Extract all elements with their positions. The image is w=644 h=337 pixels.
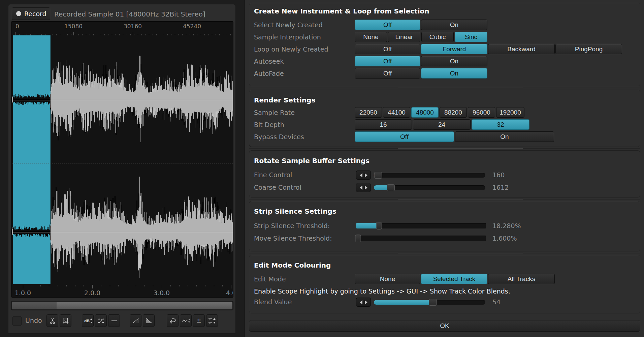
option-bypass-on[interactable]: On [455,131,554,142]
step-left-icon[interactable] [360,300,362,304]
scrollbar-segment-left[interactable] [12,302,57,309]
slider-handle[interactable] [376,222,382,229]
move-silence-threshold-slider[interactable] [356,236,486,241]
slider-handle[interactable] [355,235,361,242]
option-bitdepth-16[interactable]: 16 [355,119,412,130]
ruler-tick [49,285,49,286]
slider-handle[interactable] [387,184,395,191]
swap-channels-icon [208,317,217,325]
option-interpolation-sinc[interactable]: Sinc [455,32,487,42]
slider-handle[interactable] [374,172,382,179]
option-editmode-none[interactable]: None [355,274,420,284]
waveform-scrollbar[interactable] [11,301,233,310]
row-label: Sample Interpolation [254,33,321,41]
coarse-control-stepper[interactable] [356,183,371,192]
smooth-button[interactable] [180,314,192,327]
plus-minus-button[interactable]: ± [193,314,205,327]
option-bypass-off[interactable]: Off [355,131,454,142]
option-samplerate-48000[interactable]: 48000 [411,107,439,118]
reverse-button[interactable] [167,314,179,327]
option-select-newly-created-on[interactable]: On [421,20,487,30]
waveform-panel[interactable]: 015080301604524060320 1.0.02.0.03.0.04.0 [11,21,233,298]
option-autofade-off[interactable]: Off [355,68,420,79]
trim-button[interactable] [60,314,71,327]
sample-toolbar: Undo dB [8,313,235,333]
option-interpolation-none[interactable]: None [355,32,387,42]
coarse-control-slider[interactable] [374,185,485,190]
ruler-label: 0 [15,23,19,30]
ok-button[interactable]: OK [249,320,640,332]
option-interpolation-linear[interactable]: Linear [388,32,420,42]
scrollbar-handle[interactable] [57,302,232,309]
fine-control-stepper[interactable] [356,171,371,180]
option-samplerate-88200[interactable]: 88200 [440,107,467,118]
blend-value-stepper[interactable] [356,298,371,307]
option-editmode-selected-track[interactable]: Selected Track [421,274,487,284]
sample-editor-window: Record Recorded Sample 01 [48000Hz 32Bit… [8,4,236,334]
blend-value-slider[interactable] [374,300,485,305]
ruler-tick [188,285,188,286]
slider-handle[interactable] [429,299,437,306]
normalize-button[interactable] [95,314,107,327]
option-autofade-on[interactable]: On [421,68,487,79]
fine-control-slider[interactable] [374,173,485,178]
slider-fill [374,300,434,305]
row-label: Autoseek [254,58,284,65]
move-silence-threshold-value: 1.600% [492,235,517,242]
adjust-gain-button[interactable]: dB [82,314,94,327]
top-ruler: 015080301604524060320 [11,23,233,31]
step-left-icon[interactable] [360,186,362,190]
row-label: Bypass Devices [254,133,304,141]
section-title: Render Settings [254,96,315,104]
row-label: AutoFade [254,70,284,77]
ruler-major-tick [73,32,74,35]
option-loop-backward[interactable]: Backward [488,44,555,54]
step-left-icon[interactable] [360,173,362,177]
option-loop-off[interactable]: Off [355,44,420,54]
record-button[interactable]: Record [12,7,50,20]
undo-state-box[interactable] [12,316,22,326]
ruler-label: 4.0 [226,289,233,297]
option-editmode-all-tracks[interactable]: All Tracks [488,274,555,284]
ruler-major-tick [133,32,133,35]
blend-value-row: Blend Value 54 [249,298,640,307]
ruler-tick [222,285,223,286]
option-autoseek-on[interactable]: On [421,56,487,66]
step-right-icon[interactable] [365,300,367,304]
step-right-icon[interactable] [365,173,367,177]
section-strip-silence: Strip Silence Settings Strip Silence Thr… [249,201,640,251]
top-ruler-ticks [11,31,233,35]
option-select-newly-created-off[interactable]: Off [355,20,420,30]
coarse-control-row: Coarse Control 1612 [249,183,640,192]
bottom-ruler: 1.0.02.0.03.0.04.0 [11,289,233,297]
fade-in-button[interactable] [130,314,141,327]
strip-silence-threshold-slider[interactable] [356,223,486,228]
row-label: Edit Mode [254,275,286,283]
swap-stereo-button[interactable] [206,314,218,327]
section-title: Rotate Sample Buffer Settings [254,157,369,165]
ruler-tick [75,285,75,286]
ruler-major-tick [192,32,192,35]
ruler-tick [101,285,101,286]
step-right-icon[interactable] [365,186,367,190]
ruler-label: 45240 [183,23,201,30]
option-autoseek-off[interactable]: Off [355,56,420,66]
option-samplerate-22050[interactable]: 22050 [355,107,382,118]
waveform-display[interactable] [12,35,233,284]
section-divider [249,253,640,253]
option-loop-forward[interactable]: Forward [421,44,487,54]
dc-offset-button[interactable] [108,314,120,327]
option-interpolation-cubic[interactable]: Cubic [421,32,454,42]
move-silence-threshold-row: Move Silence Threshold: 1.600% [249,234,640,243]
fade-out-button[interactable] [143,314,155,327]
undo-label: Undo [25,317,42,324]
option-loop-pingpong[interactable]: PingPong [555,44,622,54]
option-bitdepth-24[interactable]: 24 [413,119,471,130]
option-samplerate-44100[interactable]: 44100 [383,107,410,118]
option-samplerate-96000[interactable]: 96000 [468,107,495,118]
option-samplerate-192000[interactable]: 192000 [496,107,524,118]
ruler-tick [110,285,110,286]
cut-button[interactable] [46,314,58,327]
option-bitdepth-32[interactable]: 32 [472,119,529,130]
row-label: Coarse Control [254,184,301,191]
